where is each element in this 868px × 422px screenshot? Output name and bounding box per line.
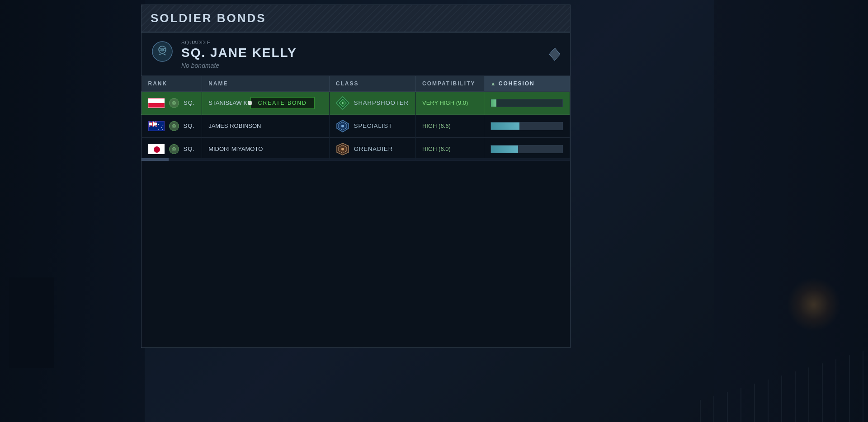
create-bond-tooltip[interactable]: CREATE BOND [250, 97, 315, 109]
bonds-table: RANK NAME CLASS COMPATIBILITY ▲ COHESION [142, 76, 570, 161]
name-3: MIDORI MIYAMOTO [208, 145, 263, 152]
cohesion-label: COHESION [499, 80, 535, 87]
table-row[interactable]: ★ ★ ★ ★ ★ ◎ SQ. JAMES [142, 114, 570, 137]
table-header: RANK NAME CLASS COMPATIBILITY ▲ COHESION [142, 76, 570, 92]
cohesion-fill-3 [491, 145, 518, 153]
soldier-details: SQUADDIE SQ. JANE KELLY No bondmate [181, 40, 541, 69]
soldier-bonds-panel: SOLDIER BONDS SQUADDIE SQ. JANE KELLY No… [141, 5, 571, 348]
cell-rank-2: ★ ★ ★ ★ ★ ◎ SQ. [142, 114, 202, 137]
cell-compat-3: HIGH (6.0) [415, 137, 484, 160]
rank-chevron-icon [548, 44, 561, 69]
cohesion-bar-1 [491, 99, 563, 107]
soldier-name: SQ. JANE KELLY [181, 46, 541, 60]
svg-point-31 [341, 148, 344, 150]
rank-2: SQ. [184, 122, 195, 129]
rank-1: SQ. [184, 99, 195, 106]
cell-compat-2: HIGH (6.6) [415, 114, 484, 137]
cell-cohesion-1 [484, 91, 570, 114]
bg-light-effect [787, 277, 841, 332]
soldier-bondmate: No bondmate [181, 62, 541, 69]
svg-marker-5 [549, 48, 560, 61]
header-name[interactable]: NAME [202, 76, 330, 92]
header-class[interactable]: CLASS [329, 76, 415, 92]
compat-value-2: HIGH (6.6) [422, 122, 451, 129]
class-icon-specialist [336, 119, 349, 133]
scroll-track[interactable] [142, 158, 570, 161]
name-2: JAMES ROBINSON [208, 122, 261, 129]
scroll-thumb[interactable] [142, 158, 169, 161]
building-silhouette [9, 277, 54, 368]
cell-cohesion-2 [484, 114, 570, 137]
class-name-2: SPECIALIST [354, 122, 392, 129]
table-body: ◎ SQ. STANISŁAW KOWALSKI CREATE BOND [142, 91, 570, 160]
cell-name-1: STANISŁAW KOWALSKI CREATE BOND [202, 91, 330, 114]
cell-rank-1: ◎ SQ. [142, 91, 202, 114]
cell-name-3: MIDORI MIYAMOTO [202, 137, 330, 160]
sort-arrow-icon: ▲ [491, 80, 497, 87]
cell-cohesion-3 [484, 137, 570, 160]
svg-text:★: ★ [158, 123, 160, 126]
cell-class-1: SHARPSHOOTER [329, 91, 415, 114]
cohesion-fill-1 [491, 99, 497, 107]
svg-point-28 [154, 146, 160, 153]
soldier-rank-icon [151, 40, 174, 63]
cell-class-2: SPECIALIST [329, 114, 415, 137]
bond-icon-2: ◎ [169, 121, 179, 131]
soldier-info-section: SQUADDIE SQ. JANE KELLY No bondmate [142, 33, 570, 76]
cohesion-fill-2 [491, 122, 519, 130]
header-compatibility[interactable]: COMPATIBILITY [415, 76, 484, 92]
cohesion-bar-2 [491, 122, 563, 130]
flag-poland [148, 98, 165, 108]
svg-text:★: ★ [162, 129, 163, 131]
compat-value-3: HIGH (6.0) [422, 145, 451, 152]
header-cohesion[interactable]: ▲ COHESION [484, 76, 570, 92]
page-title: SOLDIER BONDS [151, 11, 266, 25]
cell-class-3: GRENADIER [329, 137, 415, 160]
svg-point-26 [341, 125, 344, 127]
class-icon-sharpshooter [336, 96, 349, 110]
svg-text:★: ★ [158, 128, 159, 130]
class-name-3: GRENADIER [354, 145, 393, 152]
compat-value-1: VERY HIGH (9.0) [422, 99, 468, 106]
class-icon-grenadier [336, 142, 349, 156]
table-row[interactable]: ◎ SQ. STANISŁAW KOWALSKI CREATE BOND [142, 91, 570, 114]
svg-rect-18 [149, 124, 157, 124]
table-row[interactable]: ◎ SQ. MIDORI MIYAMOTO [142, 137, 570, 160]
cell-rank-3: ◎ SQ. [142, 137, 202, 160]
bonds-table-container: RANK NAME CLASS COMPATIBILITY ▲ COHESION [142, 76, 570, 161]
cohesion-bar-3 [491, 145, 563, 153]
svg-text:★: ★ [162, 125, 164, 127]
svg-point-8 [342, 102, 344, 104]
flag-japan [148, 144, 165, 154]
cell-compat-1: VERY HIGH (9.0) [415, 91, 484, 114]
compatibility-label: COMPATIBILITY [422, 80, 476, 87]
flag-australia: ★ ★ ★ ★ ★ [148, 121, 165, 131]
title-bar: SOLDIER BONDS [142, 5, 570, 33]
rank-3: SQ. [184, 145, 195, 152]
tooltip-text: CREATE BOND [258, 100, 307, 106]
bond-icon-1: ◎ [169, 98, 179, 108]
cell-name-2: JAMES ROBINSON [202, 114, 330, 137]
bond-icon-3: ◎ [169, 144, 179, 154]
header-rank[interactable]: RANK [142, 76, 202, 92]
class-name-1: SHARPSHOOTER [354, 99, 409, 106]
soldier-rank-label: SQUADDIE [181, 40, 541, 45]
